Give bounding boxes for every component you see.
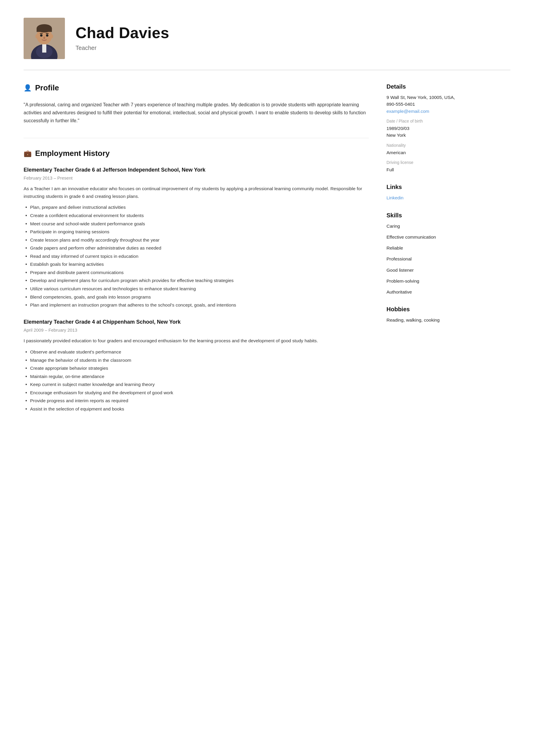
job-2-desc: I passionately provided education to fou… <box>24 337 369 345</box>
list-item: Create appropriate behavior strategies <box>24 364 369 372</box>
birth-label: Date / Place of birth <box>387 118 510 124</box>
divider-1 <box>24 138 369 138</box>
details-section: Details 9 Wall St, New York, 10005, USA,… <box>387 82 510 173</box>
svg-point-12 <box>46 34 48 37</box>
profile-section-title: 👤 Profile <box>24 82 369 95</box>
list-item: Create lesson plans and modify according… <box>24 236 369 244</box>
svg-rect-4 <box>42 44 46 53</box>
job-2-title: Elementary Teacher Grade 4 at Chippenham… <box>24 318 369 326</box>
skill-item: Caring <box>387 223 510 230</box>
job-1: Elementary Teacher Grade 6 at Jefferson … <box>24 166 369 309</box>
skill-item: Professional <box>387 256 510 262</box>
skills-section: Skills Caring Effective communication Re… <box>387 211 510 296</box>
job-1-title: Elementary Teacher Grade 6 at Jefferson … <box>24 166 369 174</box>
links-section: Links Linkedin <box>387 182 510 202</box>
birth-date: 1989/20/03 <box>387 125 510 132</box>
skill-item: Problem-solving <box>387 278 510 284</box>
list-item: Manage the behavior of students in the c… <box>24 357 369 364</box>
resume-page: Chad Davies Teacher 👤 Profile "A profess… <box>0 0 534 756</box>
list-item: Blend competencies, goals, and goals int… <box>24 293 369 301</box>
main-content: 👤 Profile "A professional, caring and or… <box>24 82 510 732</box>
hobbies-section: Hobbies Reading, walking, cooking <box>387 305 510 323</box>
svg-point-9 <box>36 34 38 39</box>
list-item: Prepare and distribute parent communicat… <box>24 269 369 276</box>
list-item: Encourage enthusiasm for studying and th… <box>24 389 369 397</box>
profile-text: "A professional, caring and organized Te… <box>24 101 369 125</box>
right-column: Details 9 Wall St, New York, 10005, USA,… <box>387 82 510 732</box>
candidate-title: Teacher <box>76 43 510 52</box>
list-item: Plan, prepare and deliver instructional … <box>24 203 369 211</box>
list-item: Meet course and school-wide student perf… <box>24 220 369 228</box>
list-item: Observe and evaluate student's performan… <box>24 348 369 356</box>
header: Chad Davies Teacher <box>24 18 510 70</box>
list-item: Plan and implement an instruction progra… <box>24 301 369 309</box>
svg-point-11 <box>40 34 42 37</box>
skill-item: Authoritative <box>387 288 510 295</box>
list-item: Develop and implement plans for curricul… <box>24 277 369 284</box>
avatar <box>24 18 65 59</box>
profile-icon: 👤 <box>24 83 32 93</box>
skills-title: Skills <box>387 211 510 220</box>
employment-section-title: 💼 Employment History <box>24 148 369 161</box>
svg-rect-8 <box>37 28 52 32</box>
list-item: Assist in the selection of equipment and… <box>24 405 369 413</box>
list-item: Maintain regular, on-time attendance <box>24 373 369 380</box>
list-item: Keep current in subject matter knowledge… <box>24 381 369 388</box>
svg-rect-13 <box>40 33 43 34</box>
candidate-name: Chad Davies <box>76 24 510 41</box>
details-email[interactable]: example@email.com <box>387 109 429 114</box>
employment-section: 💼 Employment History Elementary Teacher … <box>24 148 369 413</box>
links-title: Links <box>387 182 510 191</box>
list-item: Establish goals for learning activities <box>24 260 369 268</box>
job-1-dates: February 2013 – Present <box>24 175 369 182</box>
birth-place: New York <box>387 132 510 139</box>
license-label: Driving license <box>387 159 510 166</box>
svg-rect-14 <box>46 33 49 34</box>
job-2: Elementary Teacher Grade 4 at Chippenham… <box>24 318 369 413</box>
list-item: Grade papers and perform other administr… <box>24 244 369 252</box>
job-1-list: Plan, prepare and deliver instructional … <box>24 203 369 309</box>
list-item: Create a confident educational environme… <box>24 212 369 219</box>
skill-item: Effective communication <box>387 233 510 240</box>
details-phone: 890-555-0401 <box>387 101 510 107</box>
nationality-label: Nationality <box>387 142 510 148</box>
job-2-list: Observe and evaluate student's performan… <box>24 348 369 413</box>
employment-icon: 💼 <box>24 148 32 158</box>
list-item: Utilize various curriculum resources and… <box>24 285 369 293</box>
skill-item: Good listener <box>387 267 510 274</box>
skill-item: Reliable <box>387 245 510 251</box>
details-address: 9 Wall St, New York, 10005, USA, <box>387 94 510 101</box>
job-1-desc: As a Teacher I am an innovative educator… <box>24 185 369 200</box>
job-2-dates: April 2009 – February 2013 <box>24 327 369 334</box>
linkedin-link[interactable]: Linkedin <box>387 195 404 200</box>
profile-section: 👤 Profile "A professional, caring and or… <box>24 82 369 125</box>
left-column: 👤 Profile "A professional, caring and or… <box>24 82 369 732</box>
hobbies-text: Reading, walking, cooking <box>387 316 510 323</box>
svg-point-10 <box>50 34 53 39</box>
list-item: Read and stay informed of current topics… <box>24 253 369 260</box>
header-info: Chad Davies Teacher <box>76 24 510 52</box>
hobbies-title: Hobbies <box>387 305 510 313</box>
license-value: Full <box>387 166 510 173</box>
details-title: Details <box>387 82 510 91</box>
list-item: Provide progress and interim reports as … <box>24 397 369 405</box>
svg-point-15 <box>43 37 45 39</box>
list-item: Participate in ongoing training sessions <box>24 228 369 236</box>
nationality-value: American <box>387 149 510 156</box>
